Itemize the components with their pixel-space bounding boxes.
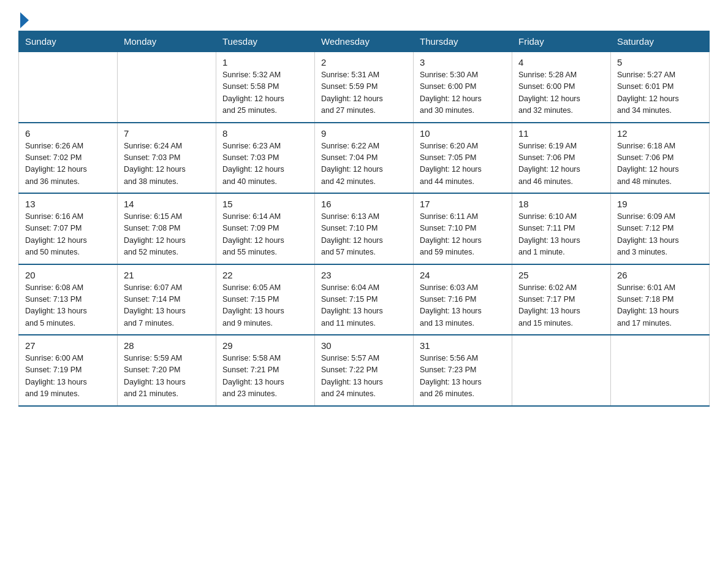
calendar-cell: 1Sunrise: 5:32 AM Sunset: 5:58 PM Daylig… [216, 52, 315, 123]
day-header-thursday: Thursday [414, 31, 512, 52]
calendar-cell: 20Sunrise: 6:08 AM Sunset: 7:13 PM Dayli… [19, 264, 118, 335]
week-row-3: 13Sunrise: 6:16 AM Sunset: 7:07 PM Dayli… [19, 193, 710, 264]
day-number: 15 [222, 199, 308, 209]
day-header-monday: Monday [118, 31, 216, 52]
calendar-cell: 21Sunrise: 6:07 AM Sunset: 7:14 PM Dayli… [118, 264, 216, 335]
calendar-cell: 8Sunrise: 6:23 AM Sunset: 7:03 PM Daylig… [216, 123, 315, 194]
day-info: Sunrise: 6:26 AM Sunset: 7:02 PM Dayligh… [25, 140, 111, 188]
calendar-cell: 30Sunrise: 5:57 AM Sunset: 7:22 PM Dayli… [315, 335, 414, 406]
day-number: 27 [25, 340, 111, 351]
day-info: Sunrise: 5:57 AM Sunset: 7:22 PM Dayligh… [321, 353, 407, 400]
week-row-5: 27Sunrise: 6:00 AM Sunset: 7:19 PM Dayli… [19, 335, 710, 406]
day-number: 12 [617, 128, 703, 139]
calendar-cell: 12Sunrise: 6:18 AM Sunset: 7:06 PM Dayli… [611, 123, 710, 194]
day-number: 18 [518, 199, 604, 209]
day-info: Sunrise: 6:15 AM Sunset: 7:08 PM Dayligh… [124, 211, 210, 259]
calendar-cell: 31Sunrise: 5:56 AM Sunset: 7:23 PM Dayli… [414, 335, 512, 406]
calendar-cell [611, 335, 710, 406]
day-number: 13 [25, 199, 111, 209]
day-info: Sunrise: 5:31 AM Sunset: 5:59 PM Dayligh… [321, 69, 407, 117]
day-number: 6 [25, 128, 111, 139]
day-info: Sunrise: 6:22 AM Sunset: 7:04 PM Dayligh… [321, 140, 407, 188]
week-row-2: 6Sunrise: 6:26 AM Sunset: 7:02 PM Daylig… [19, 123, 710, 194]
calendar-cell: 6Sunrise: 6:26 AM Sunset: 7:02 PM Daylig… [19, 123, 118, 194]
day-number: 23 [321, 270, 407, 280]
calendar-cell: 4Sunrise: 5:28 AM Sunset: 6:00 PM Daylig… [512, 52, 611, 123]
calendar-cell: 26Sunrise: 6:01 AM Sunset: 7:18 PM Dayli… [611, 264, 710, 335]
day-number: 14 [124, 199, 210, 209]
calendar-cell: 25Sunrise: 6:02 AM Sunset: 7:17 PM Dayli… [512, 264, 611, 335]
day-number: 4 [518, 57, 604, 67]
calendar-cell: 16Sunrise: 6:13 AM Sunset: 7:10 PM Dayli… [315, 193, 414, 264]
day-info: Sunrise: 6:16 AM Sunset: 7:07 PM Dayligh… [25, 211, 111, 259]
day-number: 31 [420, 340, 506, 351]
calendar-cell: 29Sunrise: 5:58 AM Sunset: 7:21 PM Dayli… [216, 335, 315, 406]
day-header-tuesday: Tuesday [216, 31, 315, 52]
day-info: Sunrise: 6:01 AM Sunset: 7:18 PM Dayligh… [617, 282, 703, 330]
day-number: 9 [321, 128, 407, 139]
day-info: Sunrise: 6:11 AM Sunset: 7:10 PM Dayligh… [420, 211, 506, 259]
day-number: 1 [222, 57, 308, 67]
calendar-cell: 5Sunrise: 5:27 AM Sunset: 6:01 PM Daylig… [611, 52, 710, 123]
day-number: 5 [617, 57, 703, 67]
day-header-saturday: Saturday [611, 31, 710, 52]
calendar-cell [118, 52, 216, 123]
day-info: Sunrise: 6:07 AM Sunset: 7:14 PM Dayligh… [124, 282, 210, 330]
week-row-1: 1Sunrise: 5:32 AM Sunset: 5:58 PM Daylig… [19, 52, 710, 123]
logo [18, 12, 29, 25]
day-header-wednesday: Wednesday [315, 31, 414, 52]
calendar-cell: 15Sunrise: 6:14 AM Sunset: 7:09 PM Dayli… [216, 193, 315, 264]
day-number: 29 [222, 340, 308, 351]
logo-triangle-icon [20, 12, 29, 28]
day-header-friday: Friday [512, 31, 611, 52]
day-info: Sunrise: 6:20 AM Sunset: 7:05 PM Dayligh… [420, 140, 506, 188]
day-number: 25 [518, 270, 604, 280]
calendar-cell: 18Sunrise: 6:10 AM Sunset: 7:11 PM Dayli… [512, 193, 611, 264]
day-info: Sunrise: 6:08 AM Sunset: 7:13 PM Dayligh… [25, 282, 111, 330]
day-info: Sunrise: 6:10 AM Sunset: 7:11 PM Dayligh… [518, 211, 604, 259]
day-header-sunday: Sunday [19, 31, 118, 52]
calendar-cell: 17Sunrise: 6:11 AM Sunset: 7:10 PM Dayli… [414, 193, 512, 264]
day-info: Sunrise: 5:56 AM Sunset: 7:23 PM Dayligh… [420, 353, 506, 400]
days-header-row: SundayMondayTuesdayWednesdayThursdayFrid… [19, 31, 710, 52]
day-info: Sunrise: 6:14 AM Sunset: 7:09 PM Dayligh… [222, 211, 308, 259]
day-info: Sunrise: 6:18 AM Sunset: 7:06 PM Dayligh… [617, 140, 703, 188]
calendar-cell: 19Sunrise: 6:09 AM Sunset: 7:12 PM Dayli… [611, 193, 710, 264]
day-info: Sunrise: 6:19 AM Sunset: 7:06 PM Dayligh… [518, 140, 604, 188]
calendar-cell: 13Sunrise: 6:16 AM Sunset: 7:07 PM Dayli… [19, 193, 118, 264]
calendar-cell: 27Sunrise: 6:00 AM Sunset: 7:19 PM Dayli… [19, 335, 118, 406]
calendar-cell: 22Sunrise: 6:05 AM Sunset: 7:15 PM Dayli… [216, 264, 315, 335]
day-info: Sunrise: 5:28 AM Sunset: 6:00 PM Dayligh… [518, 69, 604, 117]
day-number: 24 [420, 270, 506, 280]
day-number: 3 [420, 57, 506, 67]
day-info: Sunrise: 5:27 AM Sunset: 6:01 PM Dayligh… [617, 69, 703, 117]
day-number: 7 [124, 128, 210, 139]
day-number: 8 [222, 128, 308, 139]
day-info: Sunrise: 6:09 AM Sunset: 7:12 PM Dayligh… [617, 211, 703, 259]
day-info: Sunrise: 6:00 AM Sunset: 7:19 PM Dayligh… [25, 353, 111, 400]
calendar-cell: 11Sunrise: 6:19 AM Sunset: 7:06 PM Dayli… [512, 123, 611, 194]
day-number: 20 [25, 270, 111, 280]
calendar-cell: 9Sunrise: 6:22 AM Sunset: 7:04 PM Daylig… [315, 123, 414, 194]
day-info: Sunrise: 6:24 AM Sunset: 7:03 PM Dayligh… [124, 140, 210, 188]
day-number: 2 [321, 57, 407, 67]
day-number: 19 [617, 199, 703, 209]
day-number: 11 [518, 128, 604, 139]
day-info: Sunrise: 6:23 AM Sunset: 7:03 PM Dayligh… [222, 140, 308, 188]
day-info: Sunrise: 5:32 AM Sunset: 5:58 PM Dayligh… [222, 69, 308, 117]
calendar-cell: 28Sunrise: 5:59 AM Sunset: 7:20 PM Dayli… [118, 335, 216, 406]
day-info: Sunrise: 6:02 AM Sunset: 7:17 PM Dayligh… [518, 282, 604, 330]
day-info: Sunrise: 6:04 AM Sunset: 7:15 PM Dayligh… [321, 282, 407, 330]
calendar-table: SundayMondayTuesdayWednesdayThursdayFrid… [18, 31, 710, 407]
page-header [18, 12, 710, 25]
calendar-cell [512, 335, 611, 406]
calendar-cell: 3Sunrise: 5:30 AM Sunset: 6:00 PM Daylig… [414, 52, 512, 123]
day-info: Sunrise: 6:03 AM Sunset: 7:16 PM Dayligh… [420, 282, 506, 330]
calendar-cell: 2Sunrise: 5:31 AM Sunset: 5:59 PM Daylig… [315, 52, 414, 123]
day-number: 28 [124, 340, 210, 351]
calendar-cell: 14Sunrise: 6:15 AM Sunset: 7:08 PM Dayli… [118, 193, 216, 264]
day-number: 30 [321, 340, 407, 351]
day-info: Sunrise: 5:59 AM Sunset: 7:20 PM Dayligh… [124, 353, 210, 400]
day-number: 26 [617, 270, 703, 280]
week-row-4: 20Sunrise: 6:08 AM Sunset: 7:13 PM Dayli… [19, 264, 710, 335]
